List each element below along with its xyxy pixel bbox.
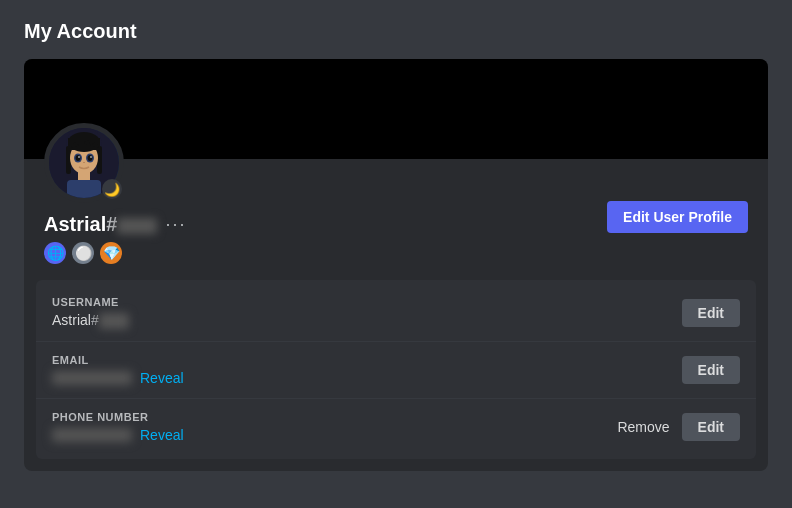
email-field-left: EMAIL Reveal (52, 354, 184, 386)
username-edit-button[interactable]: Edit (682, 299, 740, 327)
phone-reveal-link[interactable]: Reveal (140, 427, 184, 443)
username-label: USERNAME (52, 296, 129, 308)
svg-point-11 (88, 155, 93, 161)
svg-point-13 (90, 156, 92, 158)
username-value-text: Astrial# (52, 312, 129, 329)
email-reveal-link[interactable]: Reveal (140, 370, 184, 386)
email-edit-button[interactable]: Edit (682, 356, 740, 384)
phone-field-right: Remove Edit (617, 413, 740, 441)
email-blurred (52, 371, 132, 385)
phone-field-left: PHONE NUMBER Reveal (52, 411, 184, 443)
account-card: 🌙 Astrial# ··· 🌐 ⚪ 💎 Edit User Profile U… (24, 59, 768, 471)
email-label: EMAIL (52, 354, 184, 366)
status-badge: 🌙 (102, 179, 122, 199)
svg-rect-14 (78, 172, 90, 180)
fields-section: USERNAME Astrial# Edit EMAIL Reveal Edit (36, 280, 756, 459)
avatar-wrapper: 🌙 (44, 123, 124, 203)
profile-section: 🌙 Astrial# ··· 🌐 ⚪ 💎 Edit User Profile (24, 159, 768, 280)
badge-icon-1: ⚪ (72, 242, 94, 264)
username-row: Astrial# ··· (44, 213, 186, 236)
email-value: Reveal (52, 370, 184, 386)
discriminator-blurred (117, 218, 157, 234)
username-display: Astrial# (44, 213, 157, 236)
badge-icon-2: 💎 (100, 242, 122, 264)
email-field-row: EMAIL Reveal Edit (36, 342, 756, 399)
phone-remove-button[interactable]: Remove (617, 419, 669, 435)
email-field-right: Edit (682, 356, 740, 384)
username-discriminator-blurred (99, 313, 129, 329)
svg-point-12 (78, 156, 80, 158)
svg-point-10 (76, 155, 81, 161)
username-value: Astrial# (52, 312, 129, 329)
username-name: Astrial (44, 213, 106, 235)
phone-value: Reveal (52, 427, 184, 443)
phone-field-row: PHONE NUMBER Reveal Remove Edit (36, 399, 756, 455)
badge-icon-0: 🌐 (44, 242, 66, 264)
edit-profile-button[interactable]: Edit User Profile (607, 201, 748, 233)
more-options-button[interactable]: ··· (165, 214, 186, 235)
username-field-right: Edit (682, 299, 740, 327)
profile-left: 🌙 Astrial# ··· 🌐 ⚪ 💎 (44, 159, 186, 264)
avatar-row: 🌙 (44, 123, 186, 203)
svg-rect-15 (67, 180, 101, 198)
username-field-left: USERNAME Astrial# (52, 296, 129, 329)
phone-label: PHONE NUMBER (52, 411, 184, 423)
page-title: My Account (24, 20, 768, 43)
badges-row: 🌐 ⚪ 💎 (44, 242, 186, 264)
phone-edit-button[interactable]: Edit (682, 413, 740, 441)
username-field-row: USERNAME Astrial# Edit (36, 284, 756, 342)
phone-blurred (52, 428, 132, 442)
